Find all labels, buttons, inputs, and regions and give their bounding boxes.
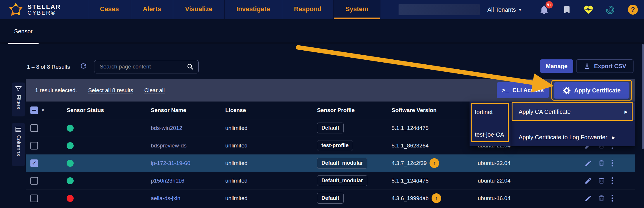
row-select-cell: ✓ [26,159,61,167]
apply-certificate-menu: Apply CA Certificate▶Apply Certificate t… [510,102,635,146]
search-icon[interactable] [187,63,194,70]
help-button[interactable]: ? [626,0,639,19]
cli-access-button[interactable]: >_ CLI Access [497,82,549,98]
upgrade-available-icon[interactable]: ↑ [430,158,439,168]
vertical-scrollbar[interactable] [642,44,644,149]
license-cell: unlimited [220,178,314,184]
menu-item-label: Apply Certificate to Log Forwarder [519,134,607,141]
sensor-name-link[interactable]: bds-win2012 [151,125,182,131]
software-version-text: 5.1.1_124d475 [392,125,429,131]
logo-line2: CYBER® [27,10,61,16]
sensor-profile-badge: Default [317,123,344,133]
export-csv-label: Export CSV [594,63,626,70]
row-checkbox[interactable] [30,124,38,132]
submenu-item-test-joe-ca[interactable]: test-joe-CA [470,128,510,142]
software-version-text: 5.1.1_8623264 [392,142,429,149]
row-checkbox[interactable] [30,195,38,202]
page-tab-bar: Sensor [0,19,644,43]
export-csv-button[interactable]: Export CSV [576,59,633,73]
delete-button[interactable] [598,159,605,167]
columns-icon [15,126,22,132]
nav-item-system[interactable]: System [334,0,380,19]
nav-item-respond[interactable]: Respond [282,0,334,19]
status-dot-red [67,195,74,202]
terminal-icon: >_ [502,87,509,94]
more-actions-button[interactable] [611,194,614,202]
delete-button[interactable] [598,195,605,202]
menu-item-apply-certificate-to-log-forwarder[interactable]: Apply Certificate to Log Forwarder▶ [510,129,635,146]
nav-item-alerts[interactable]: Alerts [131,0,173,19]
nav-item-visualize[interactable]: Visualize [173,0,225,19]
sensor-name-cell: bds-win2012 [146,125,220,131]
software-version-text: 5.1.1_124d475 [392,178,429,184]
submenu-arrow-icon: ▶ [624,109,628,114]
submenu-item-fortinet[interactable]: fortinet [470,105,510,119]
select-all-checkbox[interactable] [30,106,38,114]
status-dot-green [67,160,74,167]
header-sensor-status[interactable]: Sensor Status [61,107,146,114]
bookmarks-button[interactable] [560,0,573,19]
columns-panel-tab[interactable]: Columns [12,123,25,166]
software-version-text: 4.3.7_12c2f39 [392,160,427,166]
table-row: aella-ds-jxinunlimitedDefault4.3.6_1999d… [26,190,635,207]
row-select-cell [26,142,61,149]
license-cell: unlimited [220,195,314,202]
menu-item-apply-ca-certificate[interactable]: Apply CA Certificate▶ [510,103,635,120]
sensor-profile-badge: test-profile [317,140,353,151]
page-search-input[interactable] [99,63,187,70]
header-sensor-name[interactable]: Sensor Name [146,107,220,114]
filters-tab-label: Filters [15,95,22,113]
header-software-version[interactable]: Software Version [388,107,474,114]
filters-panel-tab[interactable]: Filters [12,82,25,116]
top-nav: STELLAR CYBER® CasesAlertsVisualizeInves… [0,0,644,19]
logo-text: STELLAR CYBER® [27,4,61,16]
table-row: ✓ip-172-31-19-60unlimitedDefault_modular… [26,154,635,172]
notification-badge: 9+ [546,1,553,8]
row-checkbox[interactable] [30,142,38,149]
tab-sensor[interactable]: Sensor [8,19,39,43]
header-license[interactable]: License [220,107,314,114]
sensor-name-cell: ip-172-31-19-60 [146,160,220,166]
identity-button[interactable] [604,0,617,19]
edit-button[interactable] [584,177,592,185]
software-version-cell: 5.1.1_124d475 [388,125,474,131]
more-actions-button[interactable] [611,159,614,167]
sensor-name-link[interactable]: bdspreview-ds [151,142,187,149]
logo-line1: STELLAR [27,4,61,10]
manage-button[interactable]: Manage [540,59,573,73]
columns-tab-label: Columns [15,135,22,159]
edit-button[interactable] [584,195,592,202]
sensor-name-link[interactable]: aella-ds-jxin [151,195,180,202]
page-search [94,60,199,73]
row-checkbox[interactable] [30,177,38,185]
tenant-selector[interactable]: All Tenants ▼ [487,0,522,19]
row-checkbox[interactable]: ✓ [30,159,38,167]
system-health-button[interactable] [582,0,595,19]
refresh-button[interactable] [79,62,87,71]
apply-certificate-button[interactable]: Apply Certificate [554,82,629,99]
sensor-status-cell [61,160,146,167]
more-actions-button[interactable] [611,177,614,185]
chevron-down-icon: ▼ [518,8,522,12]
sensor-name-link[interactable]: p150n23h116 [151,178,184,184]
sensor-page: STELLAR CYBER® CasesAlertsVisualizeInves… [0,0,644,208]
nav-item-investigate[interactable]: Investigate [225,0,282,19]
upgrade-available-icon[interactable]: ↑ [432,193,441,203]
download-icon [584,63,591,70]
global-search-input[interactable] [399,4,480,15]
notifications-button[interactable]: 9+ [538,0,550,19]
sensor-name-cell: aella-ds-jxin [146,195,220,202]
os-cell: ubuntu-22.04 [474,178,562,184]
sensor-name-link[interactable]: ip-172-31-19-60 [151,160,190,166]
select-all-link[interactable]: Select all 8 results [88,87,133,94]
actions-cell [562,159,635,167]
selection-menu-caret-icon[interactable]: ▼ [41,108,45,113]
clear-all-link[interactable]: Clear all [144,87,165,94]
sensor-status-cell [61,125,146,132]
sensor-profile-badge: Default_modular [317,158,367,169]
edit-button[interactable] [584,159,592,167]
header-sensor-profile[interactable]: Sensor Profile [314,107,388,114]
delete-button[interactable] [598,177,605,184]
stellar-cyber-logo[interactable]: STELLAR CYBER® [8,0,61,19]
nav-item-cases[interactable]: Cases [88,0,131,19]
